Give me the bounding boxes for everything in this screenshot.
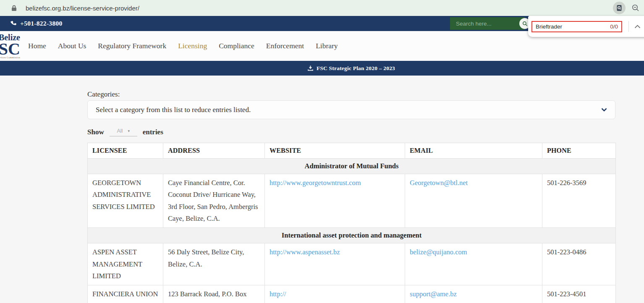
lock-icon[interactable] [11,5,17,11]
browser-chrome: belizefsc.org.bz/license-service-provide… [0,0,644,16]
page-size-value: All [117,128,123,134]
email-link[interactable]: Georgetown@btl.net [410,179,468,187]
cell-email: belize@quijano.com [405,243,542,285]
column-header-email: EMAIL [405,143,542,159]
site-search-input[interactable] [450,21,525,27]
table-section-row: International asset protection and manag… [88,228,616,243]
page-size-select[interactable]: All ▾ [110,128,137,136]
cell-phone: 501-223-0486 [542,243,616,285]
zoom-out-icon[interactable] [631,4,640,12]
nav-item-licensing[interactable]: Licensing [178,42,207,50]
table-row: GEORGETOWN ADMINISTRATIVE SERVICES LIMIT… [88,174,616,228]
dropdown-arrow-icon: ▾ [128,129,130,133]
table-section-row: Administrator of Mutual Funds [88,159,616,174]
nav-item-home[interactable]: Home [28,42,46,50]
strategic-plan-banner: FSC Strategic Plan 2020 – 2023 [0,61,644,76]
divider [628,21,629,32]
column-header-website: WEBSITE [265,143,405,159]
show-entries-control: Show All ▾ entries [87,128,615,136]
column-header-licensee: LICENSEE [88,143,163,159]
nav-item-regulatory-framework[interactable]: Regulatory Framework [98,42,166,50]
email-link[interactable]: support@ame.bz [410,290,457,298]
cell-website: http:// [265,285,405,303]
column-header-address: ADDRESS [163,143,265,159]
table-row: ASPEN ASSET MANAGEMENT LIMITED56 Daly St… [88,243,616,285]
cell-licensee: ASPEN ASSET MANAGEMENT LIMITED [88,243,163,285]
chevron-down-icon [601,108,607,112]
cell-website: http://www.georgetowntrust.com [265,174,405,228]
logo-text-commission: Financial Services Commission [0,56,20,59]
cell-address: 56 Daly Street, Belize City, Belize, C.A… [163,243,265,285]
page-content: Categories: Select a category from this … [87,90,615,303]
cell-phone: 501-226-3569 [542,174,616,228]
search-icon [522,21,528,26]
category-select-value: Select a category from this list to redu… [96,106,251,114]
cell-licensee: FINANCIERA UNION DEL SUR S.A. [88,285,163,303]
cell-phone: 501-223-4501 [542,285,616,303]
find-query-text: Brieftrader [536,24,562,30]
document-search-icon [616,5,623,11]
banner-label: FSC Strategic Plan 2020 – 2023 [317,65,395,72]
nav-item-about-us[interactable]: About Us [58,42,86,50]
cell-licensee: GEORGETOWN ADMINISTRATIVE SERVICES LIMIT… [88,174,163,228]
strategic-plan-link[interactable]: FSC Strategic Plan 2020 – 2023 [308,65,395,72]
categories-label: Categories: [87,90,615,99]
section-title: Administrator of Mutual Funds [88,159,616,174]
site-search-box[interactable] [450,17,525,30]
chevron-up-icon [634,25,641,29]
cell-email: support@ame.bz [405,285,542,303]
nav-item-enforcement[interactable]: Enforcement [266,42,304,50]
section-title: International asset protection and manag… [88,228,616,243]
entries-label: entries [143,128,163,136]
table-row: FINANCIERA UNION DEL SUR S.A.123 Barrack… [88,285,616,303]
phone-number: +501-822-3800 [20,20,63,27]
download-icon [308,65,313,71]
address-bar-url[interactable]: belizefsc.org.bz/license-service-provide… [26,5,139,12]
find-previous-button[interactable] [634,25,641,29]
find-in-page-bar: Brieftrader 0/0 [528,16,644,37]
cell-address: Caye Financial Centre, Cor. Coconut Driv… [163,174,265,228]
find-input[interactable]: Brieftrader 0/0 [531,21,622,32]
nav-item-library[interactable]: Library [316,42,338,50]
table-header-row: LICENSEEADDRESSWEBSITEEMAILPHONE [88,143,616,159]
website-link[interactable]: http://www.georgetowntrust.com [270,179,361,187]
phone-icon [10,21,16,26]
cell-email: Georgetown@btl.net [405,174,542,228]
website-link[interactable]: http:// [270,290,286,298]
website-link[interactable]: http://www.aspenasset.bz [270,248,340,256]
category-select[interactable]: Select a category from this list to redu… [87,100,615,119]
licensee-table: LICENSEEADDRESSWEBSITEEMAILPHONE Adminis… [87,143,616,303]
fsc-logo[interactable]: Belize FSC Financial Services Commission [0,33,20,59]
cell-address: 123 Barrack Road, P.O. Box 222, Belize C… [163,285,265,303]
email-link[interactable]: belize@quijano.com [410,248,467,256]
show-label: Show [87,128,104,136]
main-nav: HomeAbout UsRegulatory FrameworkLicensin… [28,31,338,61]
nav-item-compliance[interactable]: Compliance [219,42,254,50]
column-header-phone: PHONE [542,143,616,159]
find-match-count: 0/0 [610,24,618,30]
cell-website: http://www.aspenasset.bz [265,243,405,285]
contact-phone[interactable]: +501-822-3800 [10,20,63,27]
logo-text-fsc: FSC [0,42,20,56]
find-in-page-button[interactable] [613,2,626,14]
